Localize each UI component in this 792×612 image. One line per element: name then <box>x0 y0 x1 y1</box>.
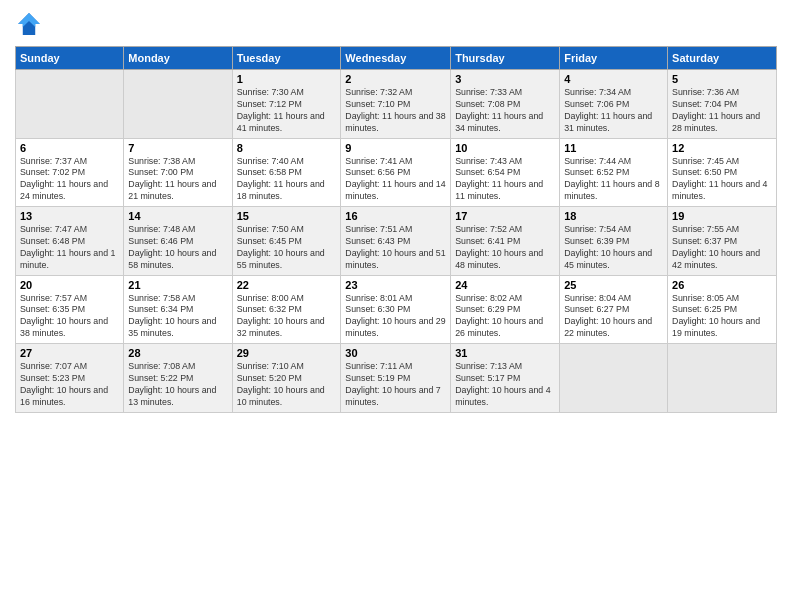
calendar-day-cell: 14Sunrise: 7:48 AMSunset: 6:46 PMDayligh… <box>124 207 232 276</box>
calendar-day-cell: 13Sunrise: 7:47 AMSunset: 6:48 PMDayligh… <box>16 207 124 276</box>
calendar-day-cell: 3Sunrise: 7:33 AMSunset: 7:08 PMDaylight… <box>451 70 560 139</box>
day-number: 26 <box>672 279 772 291</box>
day-info: Sunrise: 8:02 AMSunset: 6:29 PMDaylight:… <box>455 293 555 341</box>
day-number: 19 <box>672 210 772 222</box>
day-info: Sunrise: 7:33 AMSunset: 7:08 PMDaylight:… <box>455 87 555 135</box>
day-info: Sunrise: 8:04 AMSunset: 6:27 PMDaylight:… <box>564 293 663 341</box>
day-number: 24 <box>455 279 555 291</box>
day-info: Sunrise: 7:50 AMSunset: 6:45 PMDaylight:… <box>237 224 337 272</box>
day-info: Sunrise: 7:34 AMSunset: 7:06 PMDaylight:… <box>564 87 663 135</box>
calendar-day-cell: 30Sunrise: 7:11 AMSunset: 5:19 PMDayligh… <box>341 344 451 413</box>
day-info: Sunrise: 7:55 AMSunset: 6:37 PMDaylight:… <box>672 224 772 272</box>
calendar-day-cell: 21Sunrise: 7:58 AMSunset: 6:34 PMDayligh… <box>124 275 232 344</box>
day-number: 10 <box>455 142 555 154</box>
calendar-day-cell: 28Sunrise: 7:08 AMSunset: 5:22 PMDayligh… <box>124 344 232 413</box>
day-info: Sunrise: 7:47 AMSunset: 6:48 PMDaylight:… <box>20 224 119 272</box>
day-info: Sunrise: 8:05 AMSunset: 6:25 PMDaylight:… <box>672 293 772 341</box>
calendar-day-cell: 27Sunrise: 7:07 AMSunset: 5:23 PMDayligh… <box>16 344 124 413</box>
weekday-header-thursday: Thursday <box>451 47 560 70</box>
weekday-header-saturday: Saturday <box>668 47 777 70</box>
calendar-table: SundayMondayTuesdayWednesdayThursdayFrid… <box>15 46 777 413</box>
day-number: 4 <box>564 73 663 85</box>
day-info: Sunrise: 7:54 AMSunset: 6:39 PMDaylight:… <box>564 224 663 272</box>
calendar-day-cell: 6Sunrise: 7:37 AMSunset: 7:02 PMDaylight… <box>16 138 124 207</box>
day-number: 13 <box>20 210 119 222</box>
logo-icon <box>15 10 43 38</box>
day-number: 17 <box>455 210 555 222</box>
day-info: Sunrise: 7:07 AMSunset: 5:23 PMDaylight:… <box>20 361 119 409</box>
calendar-day-cell: 17Sunrise: 7:52 AMSunset: 6:41 PMDayligh… <box>451 207 560 276</box>
weekday-header-wednesday: Wednesday <box>341 47 451 70</box>
day-number: 14 <box>128 210 227 222</box>
weekday-header-row: SundayMondayTuesdayWednesdayThursdayFrid… <box>16 47 777 70</box>
day-number: 7 <box>128 142 227 154</box>
calendar-day-cell: 15Sunrise: 7:50 AMSunset: 6:45 PMDayligh… <box>232 207 341 276</box>
calendar-day-cell: 29Sunrise: 7:10 AMSunset: 5:20 PMDayligh… <box>232 344 341 413</box>
calendar-day-cell <box>560 344 668 413</box>
calendar-header <box>15 10 777 38</box>
calendar-day-cell: 2Sunrise: 7:32 AMSunset: 7:10 PMDaylight… <box>341 70 451 139</box>
day-info: Sunrise: 7:30 AMSunset: 7:12 PMDaylight:… <box>237 87 337 135</box>
day-number: 16 <box>345 210 446 222</box>
weekday-header-tuesday: Tuesday <box>232 47 341 70</box>
day-info: Sunrise: 7:41 AMSunset: 6:56 PMDaylight:… <box>345 156 446 204</box>
day-number: 27 <box>20 347 119 359</box>
calendar-day-cell: 26Sunrise: 8:05 AMSunset: 6:25 PMDayligh… <box>668 275 777 344</box>
calendar-container: SundayMondayTuesdayWednesdayThursdayFrid… <box>0 0 792 612</box>
calendar-day-cell: 25Sunrise: 8:04 AMSunset: 6:27 PMDayligh… <box>560 275 668 344</box>
day-number: 18 <box>564 210 663 222</box>
day-number: 28 <box>128 347 227 359</box>
day-number: 11 <box>564 142 663 154</box>
day-number: 3 <box>455 73 555 85</box>
day-info: Sunrise: 7:58 AMSunset: 6:34 PMDaylight:… <box>128 293 227 341</box>
day-info: Sunrise: 7:44 AMSunset: 6:52 PMDaylight:… <box>564 156 663 204</box>
calendar-day-cell: 9Sunrise: 7:41 AMSunset: 6:56 PMDaylight… <box>341 138 451 207</box>
calendar-week-row: 1Sunrise: 7:30 AMSunset: 7:12 PMDaylight… <box>16 70 777 139</box>
day-info: Sunrise: 7:52 AMSunset: 6:41 PMDaylight:… <box>455 224 555 272</box>
calendar-day-cell: 31Sunrise: 7:13 AMSunset: 5:17 PMDayligh… <box>451 344 560 413</box>
day-number: 12 <box>672 142 772 154</box>
day-number: 2 <box>345 73 446 85</box>
day-info: Sunrise: 7:57 AMSunset: 6:35 PMDaylight:… <box>20 293 119 341</box>
weekday-header-friday: Friday <box>560 47 668 70</box>
day-number: 29 <box>237 347 337 359</box>
weekday-header-sunday: Sunday <box>16 47 124 70</box>
day-number: 8 <box>237 142 337 154</box>
calendar-day-cell: 11Sunrise: 7:44 AMSunset: 6:52 PMDayligh… <box>560 138 668 207</box>
calendar-day-cell: 1Sunrise: 7:30 AMSunset: 7:12 PMDaylight… <box>232 70 341 139</box>
calendar-day-cell: 7Sunrise: 7:38 AMSunset: 7:00 PMDaylight… <box>124 138 232 207</box>
day-info: Sunrise: 7:40 AMSunset: 6:58 PMDaylight:… <box>237 156 337 204</box>
day-info: Sunrise: 7:51 AMSunset: 6:43 PMDaylight:… <box>345 224 446 272</box>
calendar-day-cell: 18Sunrise: 7:54 AMSunset: 6:39 PMDayligh… <box>560 207 668 276</box>
day-info: Sunrise: 8:00 AMSunset: 6:32 PMDaylight:… <box>237 293 337 341</box>
calendar-day-cell <box>668 344 777 413</box>
day-info: Sunrise: 7:48 AMSunset: 6:46 PMDaylight:… <box>128 224 227 272</box>
day-info: Sunrise: 7:10 AMSunset: 5:20 PMDaylight:… <box>237 361 337 409</box>
weekday-header-monday: Monday <box>124 47 232 70</box>
calendar-week-row: 20Sunrise: 7:57 AMSunset: 6:35 PMDayligh… <box>16 275 777 344</box>
day-number: 23 <box>345 279 446 291</box>
day-info: Sunrise: 8:01 AMSunset: 6:30 PMDaylight:… <box>345 293 446 341</box>
calendar-week-row: 6Sunrise: 7:37 AMSunset: 7:02 PMDaylight… <box>16 138 777 207</box>
calendar-day-cell: 16Sunrise: 7:51 AMSunset: 6:43 PMDayligh… <box>341 207 451 276</box>
day-number: 21 <box>128 279 227 291</box>
day-number: 30 <box>345 347 446 359</box>
calendar-day-cell: 24Sunrise: 8:02 AMSunset: 6:29 PMDayligh… <box>451 275 560 344</box>
calendar-day-cell: 22Sunrise: 8:00 AMSunset: 6:32 PMDayligh… <box>232 275 341 344</box>
calendar-day-cell: 8Sunrise: 7:40 AMSunset: 6:58 PMDaylight… <box>232 138 341 207</box>
logo <box>15 10 47 38</box>
calendar-week-row: 27Sunrise: 7:07 AMSunset: 5:23 PMDayligh… <box>16 344 777 413</box>
day-info: Sunrise: 7:08 AMSunset: 5:22 PMDaylight:… <box>128 361 227 409</box>
calendar-day-cell: 12Sunrise: 7:45 AMSunset: 6:50 PMDayligh… <box>668 138 777 207</box>
calendar-day-cell: 5Sunrise: 7:36 AMSunset: 7:04 PMDaylight… <box>668 70 777 139</box>
calendar-day-cell: 4Sunrise: 7:34 AMSunset: 7:06 PMDaylight… <box>560 70 668 139</box>
day-info: Sunrise: 7:43 AMSunset: 6:54 PMDaylight:… <box>455 156 555 204</box>
calendar-day-cell: 20Sunrise: 7:57 AMSunset: 6:35 PMDayligh… <box>16 275 124 344</box>
calendar-week-row: 13Sunrise: 7:47 AMSunset: 6:48 PMDayligh… <box>16 207 777 276</box>
calendar-day-cell: 19Sunrise: 7:55 AMSunset: 6:37 PMDayligh… <box>668 207 777 276</box>
day-info: Sunrise: 7:36 AMSunset: 7:04 PMDaylight:… <box>672 87 772 135</box>
day-number: 22 <box>237 279 337 291</box>
day-number: 9 <box>345 142 446 154</box>
day-number: 1 <box>237 73 337 85</box>
day-number: 6 <box>20 142 119 154</box>
